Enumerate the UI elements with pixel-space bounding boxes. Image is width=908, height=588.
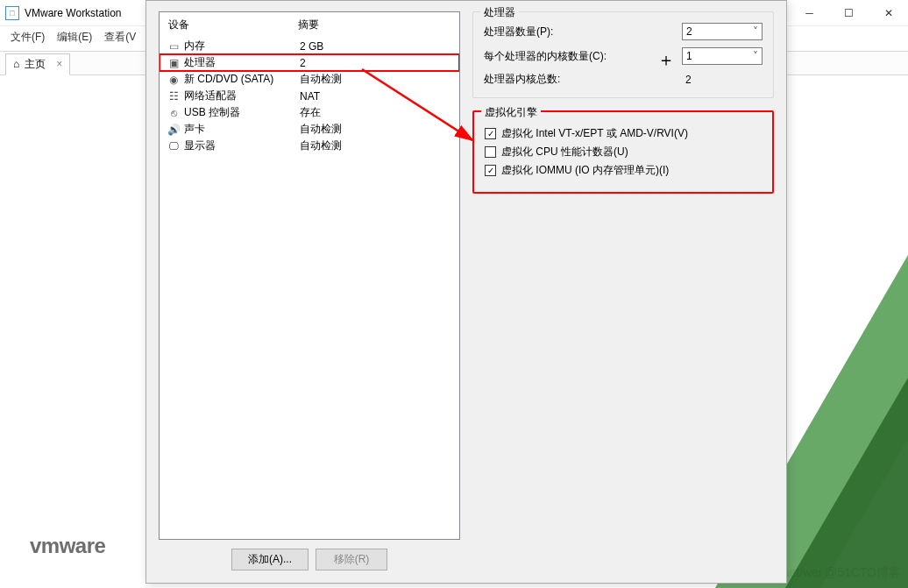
virt-vtx-row[interactable]: 虚拟化 Intel VT-x/EPT 或 AMD-V/RVI(V) [485,126,762,141]
device-summary: 自动检测 [300,138,450,153]
device-summary: 2 GB [300,40,450,53]
device-row-cpu[interactable]: ▣ 处理器 2 [160,54,459,71]
checkbox-vtx[interactable] [485,128,496,139]
checkbox-iommu[interactable] [485,165,496,176]
window-minimize-button[interactable]: ─ [790,0,829,26]
remove-hardware-button[interactable]: 移除(R) [316,549,387,570]
display-icon: 🖵 [167,140,181,152]
virt-cpu-counter-label: 虚拟化 CPU 性能计数器(U) [501,145,628,159]
window-close-button[interactable]: ✕ [869,0,908,26]
chevron-down-icon: ˅ [753,50,758,62]
device-name: 声卡 [184,122,296,137]
hardware-settings-dialog: 设备 摘要 ▭ 内存 2 GB ▣ 处理器 2 ◉ 新 CD/DVD (SATA… [145,0,787,584]
header-summary: 摘要 [298,18,319,32]
device-summary: NAT [300,90,450,103]
device-name: 新 CD/DVD (SATA) [184,72,296,87]
usb-icon: ⎋ [167,107,181,119]
num-processors-value: 2 [686,25,692,38]
chevron-down-icon: ˅ [753,25,758,38]
processor-group: 处理器 处理器数量(P): 2 ˅ 每个处理器的内核数量(C): 1 ˅ [472,11,774,98]
device-name: USB 控制器 [184,105,296,120]
virt-cpu-counter-row[interactable]: 虚拟化 CPU 性能计数器(U) [485,145,762,159]
cores-per-proc-label: 每个处理器的内核数量(C): [484,49,675,64]
device-summary: 自动检测 [300,122,450,137]
vmware-logo-icon: □ [5,6,19,20]
add-hardware-button[interactable]: 添加(A)... [231,549,309,570]
device-row-cddvd[interactable]: ◉ 新 CD/DVD (SATA) 自动检测 [160,71,459,88]
device-panel: 设备 摘要 ▭ 内存 2 GB ▣ 处理器 2 ◉ 新 CD/DVD (SATA… [159,11,460,570]
device-row-usb[interactable]: ⎋ USB 控制器 存在 [160,104,459,121]
device-row-display[interactable]: 🖵 显示器 自动检测 [160,138,459,154]
device-row-memory[interactable]: ▭ 内存 2 GB [160,38,459,54]
menu-view[interactable]: 查看(V [104,30,136,45]
header-device: 设备 [168,18,298,32]
device-name: 处理器 [184,55,296,70]
device-list-header: 设备 摘要 [160,12,459,38]
processor-group-title: 处理器 [480,5,519,20]
home-icon: ⌂ [13,58,19,70]
virt-group-title: 虚拟化引擎 [481,105,541,120]
cores-per-proc-value: 1 [686,50,692,62]
total-cores-value: 2 [682,74,763,86]
menu-file[interactable]: 文件(F) [11,30,45,45]
checkbox-cpu-counter[interactable] [485,146,496,158]
disc-icon: ◉ [167,74,181,86]
menu-edit[interactable]: 编辑(E) [57,30,92,45]
settings-right-panel: 处理器 处理器数量(P): 2 ˅ 每个处理器的内核数量(C): 1 ˅ [472,11,774,570]
device-summary: 存在 [300,105,450,120]
virtualization-engine-group: 虚拟化引擎 虚拟化 Intel VT-x/EPT 或 AMD-V/RVI(V) … [472,110,774,194]
device-row-sound[interactable]: 🔊 声卡 自动检测 [160,121,459,138]
window-maximize-button[interactable]: ☐ [829,0,869,26]
device-summary: 自动检测 [300,72,450,87]
device-listbox[interactable]: 设备 摘要 ▭ 内存 2 GB ▣ 处理器 2 ◉ 新 CD/DVD (SATA… [159,11,460,540]
virt-vtx-label: 虚拟化 Intel VT-x/EPT 或 AMD-V/RVI(V) [501,126,688,141]
decor-triangle [785,378,908,588]
tab-close-icon[interactable]: × [56,58,62,70]
device-name: 网络适配器 [184,89,296,103]
total-cores-label: 处理器内核总数: [484,72,675,87]
window-title: VMware Workstation [25,7,121,19]
tab-home-label: 主页 [25,57,46,72]
device-name: 内存 [184,39,296,53]
sound-icon: 🔊 [167,124,181,136]
cores-per-proc-select[interactable]: 1 ˅ [682,47,763,65]
device-summary: 2 [300,57,450,69]
num-processors-select[interactable]: 2 ˅ [682,23,763,40]
memory-icon: ▭ [167,40,181,53]
device-row-network[interactable]: ☷ 网络适配器 NAT [160,88,459,104]
num-processors-label: 处理器数量(P): [484,25,675,39]
device-name: 显示器 [184,138,296,153]
network-icon: ☷ [167,90,181,103]
vmware-brand-logo: vmware [30,534,105,558]
virt-iommu-label: 虚拟化 IOMMU (IO 内存管理单元)(I) [501,163,669,178]
virt-iommu-row[interactable]: 虚拟化 IOMMU (IO 内存管理单元)(I) [485,163,762,178]
cpu-icon: ▣ [167,57,181,69]
tab-home[interactable]: ⌂ 主页 × [5,53,70,75]
